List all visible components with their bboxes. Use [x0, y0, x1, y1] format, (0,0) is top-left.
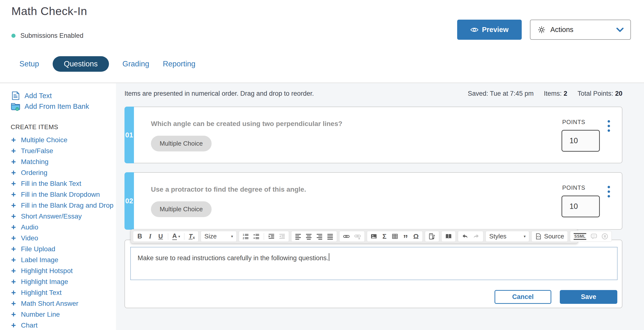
rich-text-toolbar: B I U A▾ Tx Size▾ 12	[130, 229, 578, 243]
status-label: Submissions Enabled	[20, 32, 84, 39]
sidebar-item-ordering[interactable]: +Ordering	[0, 167, 116, 178]
text-item-editor-card: Make sure to read instructions carefully…	[124, 240, 622, 308]
ssml-icon[interactable]: SSML	[574, 232, 586, 241]
sidebar-item-highlight-image[interactable]: +Highlight Image	[0, 276, 116, 287]
sidebar-item-number-line[interactable]: +Number Line	[0, 309, 116, 320]
source-button[interactable]: <> Source	[535, 233, 564, 240]
toolbar-group-history	[458, 231, 483, 242]
assessment-editor-page: Math Check-In Submissions Enabled Previe…	[0, 0, 644, 330]
create-items-list: +Multiple Choice +True/False +Matching +…	[0, 135, 116, 330]
indent-icon[interactable]	[268, 232, 275, 241]
undo-icon[interactable]	[462, 232, 468, 241]
pause-icon[interactable]	[602, 232, 608, 241]
sidebar-item-chart[interactable]: +Chart	[0, 320, 116, 330]
preview-label: Preview	[482, 26, 508, 34]
svg-text:2: 2	[243, 237, 244, 240]
question-number-drag-handle[interactable]: 01	[124, 107, 134, 163]
sidebar-item-matching[interactable]: +Matching	[0, 156, 116, 167]
svg-text:<>: <>	[537, 235, 540, 238]
redo-icon[interactable]	[473, 232, 480, 241]
align-right-icon[interactable]	[316, 232, 323, 241]
sidebar-item-fill-blank-dropdown[interactable]: +Fill in the Blank Dropdown	[0, 189, 116, 200]
sidebar-item-highlight-text[interactable]: +Highlight Text	[0, 287, 116, 298]
book-icon[interactable]	[445, 232, 452, 241]
preview-button[interactable]: Preview	[457, 20, 522, 40]
insert-image-icon[interactable]	[370, 232, 377, 241]
actions-label: Actions	[550, 26, 574, 34]
svg-text:1: 1	[243, 233, 244, 236]
outdent-icon[interactable]	[279, 232, 285, 241]
link-icon[interactable]	[343, 232, 350, 241]
text-color-icon[interactable]: A▾	[172, 232, 180, 241]
points-label: POINTS	[562, 119, 585, 126]
math-formula-icon[interactable]: Σ	[381, 232, 388, 241]
question-number-drag-handle[interactable]: 02	[124, 172, 134, 230]
plus-icon: +	[11, 267, 16, 275]
font-size-dropdown[interactable]: Size▾	[204, 233, 233, 240]
tab-reporting[interactable]: Reporting	[163, 56, 195, 72]
toolbar-group-styles: Styles▾	[486, 231, 529, 242]
points-label: POINTS	[562, 184, 585, 191]
save-button[interactable]: Save	[560, 290, 617, 304]
underline-icon[interactable]: U	[158, 232, 164, 241]
question-type-badge: Multiple Choice	[151, 136, 212, 152]
tab-setup[interactable]: Setup	[20, 56, 39, 72]
document-icon	[11, 91, 20, 101]
sidebar-item-math-short-answer[interactable]: +Math Short Answer	[0, 298, 116, 309]
unlink-icon[interactable]	[354, 232, 361, 241]
create-items-sidebar: Add Text Add From Item Bank CREATE ITEMS…	[0, 84, 116, 330]
points-input[interactable]	[562, 130, 600, 152]
italic-icon[interactable]: I	[147, 232, 153, 241]
add-text-link[interactable]: Add Text	[0, 90, 116, 101]
speech-comment-icon[interactable]	[590, 232, 598, 241]
align-center-icon[interactable]	[306, 232, 312, 241]
blockquote-icon[interactable]: ”	[402, 234, 409, 243]
text-cursor	[329, 253, 329, 261]
special-character-icon[interactable]: Ω	[413, 232, 419, 241]
rich-text-editor-area[interactable]: Make sure to read instructions carefully…	[130, 247, 618, 280]
ordered-list-icon[interactable]: 12	[242, 232, 249, 241]
insert-table-icon[interactable]	[392, 232, 398, 241]
sidebar-item-true-false[interactable]: +True/False	[0, 145, 116, 156]
plus-icon: +	[11, 256, 16, 264]
tab-grading[interactable]: Grading	[122, 56, 149, 72]
bullet-list-icon[interactable]	[253, 232, 260, 241]
sidebar-item-fill-blank-text[interactable]: +Fill in the Blank Text	[0, 178, 116, 189]
eye-icon	[470, 27, 478, 33]
bold-icon[interactable]: B	[136, 232, 143, 241]
plus-icon: +	[11, 158, 16, 166]
sidebar-item-video[interactable]: +Video	[0, 233, 116, 243]
toolbar-group-basic-styles: B I U A▾ Tx	[133, 231, 198, 242]
question-menu-kebab-icon[interactable]	[607, 185, 611, 198]
tab-questions[interactable]: Questions	[53, 56, 109, 72]
align-justify-icon[interactable]	[327, 232, 334, 241]
toolbar-group-media	[425, 231, 439, 242]
cancel-button[interactable]: Cancel	[494, 290, 551, 304]
plus-icon: +	[11, 310, 16, 318]
question-menu-kebab-icon[interactable]	[607, 119, 611, 133]
sidebar-item-file-upload[interactable]: +File Upload	[0, 243, 116, 254]
actions-button[interactable]: Actions	[530, 20, 631, 40]
gear-icon	[537, 25, 546, 34]
tab-bar: Setup Questions Grading Reporting	[20, 56, 195, 72]
plus-icon: +	[11, 300, 16, 308]
sidebar-item-multiple-choice[interactable]: +Multiple Choice	[0, 135, 116, 145]
status-dot-icon	[12, 34, 16, 38]
align-left-icon[interactable]	[295, 232, 301, 241]
sidebar-item-fill-blank-drag-drop[interactable]: +Fill in the Blank Drag and Drop	[0, 200, 116, 211]
styles-dropdown[interactable]: Styles▾	[489, 233, 526, 240]
sidebar-item-audio[interactable]: +Audio	[0, 222, 116, 233]
sidebar-item-label-image[interactable]: +Label Image	[0, 254, 116, 265]
sidebar-item-short-answer-essay[interactable]: +Short Answer/Essay	[0, 211, 116, 222]
add-from-item-bank-link[interactable]: Add From Item Bank	[0, 101, 116, 112]
question-text: Use a protractor to find the degree of t…	[151, 186, 306, 193]
insert-media-icon[interactable]	[428, 232, 436, 241]
page-title: Math Check-In	[12, 4, 87, 18]
remove-format-icon[interactable]: Tx	[188, 232, 195, 241]
plus-icon: +	[11, 234, 16, 242]
sidebar-item-highlight-hotspot[interactable]: +Highlight Hotspot	[0, 265, 116, 276]
question-card-1: 01 Which angle can be created using two …	[124, 107, 622, 163]
points-input[interactable]	[562, 195, 600, 217]
plus-icon: +	[11, 136, 16, 144]
saved-timestamp: Saved: Tue at 7:45 pm	[468, 90, 534, 97]
